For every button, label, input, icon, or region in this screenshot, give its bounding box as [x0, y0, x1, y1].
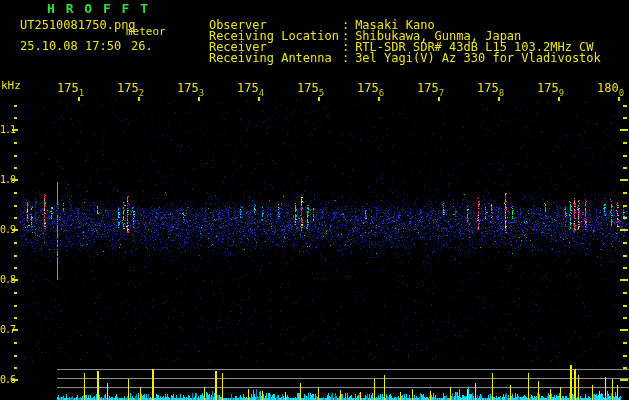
- time-tick-label-1753: 1753: [177, 82, 204, 95]
- app-title: H R O F F T: [47, 3, 150, 15]
- time-tick-label-1754: 1754: [237, 82, 264, 95]
- freq-tick-label-0p9: 0.9: [0, 224, 15, 235]
- info-row-antenna: Receiving Antenna:3el Yagi(V) Az 330 for…: [180, 40, 601, 76]
- freq-tick-label-1p1: 1.1: [0, 124, 15, 135]
- noise-counter: 26.: [131, 40, 153, 52]
- time-tick-label-1757: 1757: [417, 82, 444, 95]
- hrofft-screen: H R O F F T UT2510081750.png meteor 25.1…: [0, 0, 629, 400]
- info-value: 3el Yagi(V) Az 330 for Vladivostok: [355, 51, 601, 65]
- time-tick-label-1752: 1752: [117, 82, 144, 95]
- freq-tick-label-0p7: 0.7: [0, 324, 15, 335]
- time-tick-label-1751: 1751: [57, 82, 84, 95]
- filename-text: UT2510081750.png: [20, 19, 136, 31]
- freq-tick-label-0p8: 0.8: [0, 274, 15, 285]
- station-name: meteor: [126, 26, 166, 38]
- freq-tick-label-1p0: 1.0: [0, 174, 15, 185]
- time-tick-label-1759: 1759: [537, 82, 564, 95]
- info-label: Receiving Antenna: [209, 52, 342, 64]
- datetime-text: 25.10.08 17:50: [20, 40, 121, 52]
- freq-tick-label-0p6: 0.6: [0, 374, 15, 385]
- time-tick-label-1800: 1800: [597, 82, 624, 95]
- time-tick-label-1758: 1758: [477, 82, 504, 95]
- freq-unit-label: kHz: [1, 80, 21, 92]
- info-colon: :: [342, 52, 349, 64]
- time-tick-label-1755: 1755: [297, 82, 324, 95]
- time-tick-label-1756: 1756: [357, 82, 384, 95]
